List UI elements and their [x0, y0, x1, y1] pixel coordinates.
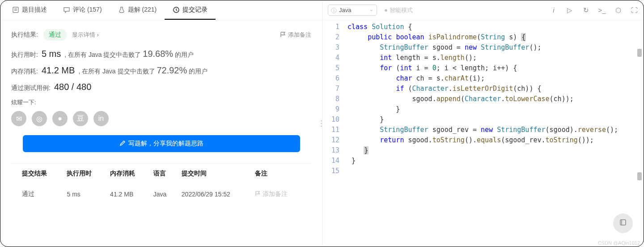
qq-icon: ●: [58, 115, 62, 123]
cell-lang: Java: [149, 184, 177, 204]
tab-label: 提交记录: [182, 6, 208, 14]
tab-solutions[interactable]: 题解 (221): [110, 0, 165, 20]
cell-status: 通过: [11, 184, 62, 204]
memory-stat: 内存消耗: 41.2 MB , 在所有 Java 提交中击败了 72.92% 的…: [11, 65, 311, 76]
share-qq[interactable]: ●: [52, 111, 68, 126]
status-badge: 通过: [43, 29, 67, 41]
right-panel: Java ● 智能模式 i ▷ ↻ >_ ⬡ ⛶ 123456789101112…: [322, 0, 644, 247]
write-solution-button[interactable]: 写题解，分享我的解题思路: [23, 135, 300, 152]
runtime-stat: 执行用时: 5 ms , 在所有 Java 提交中击败了 19.68% 的用户: [11, 49, 311, 59]
pencil-icon: [119, 140, 126, 148]
weibo-icon: ◎: [36, 115, 42, 123]
result-area: 执行结果: 通过 显示详情 添加备注 执行用时: 5 ms , 在所有 Java…: [0, 20, 322, 212]
watermark: CSDN @AQin1012: [598, 240, 640, 246]
douban-icon: 豆: [77, 114, 84, 124]
cell-mem: 41.2 MB: [106, 184, 149, 204]
editor-toolbar: Java ● 智能模式 i ▷ ↻ >_ ⬡ ⛶: [322, 0, 644, 20]
code-content: class Solution { public boolean isPalind…: [347, 22, 644, 247]
scrollbar-thumb[interactable]: [637, 49, 642, 57]
settings-icon[interactable]: ⬡: [614, 6, 622, 14]
tab-label: 评论 (157): [73, 6, 102, 14]
add-note-label: 添加备注: [288, 31, 311, 39]
tab-submissions[interactable]: 提交记录: [165, 0, 216, 20]
panel-resize-handle[interactable]: [321, 120, 322, 127]
left-panel: 题目描述 评论 (157) 题解 (221) 提交记录: [0, 0, 322, 247]
tab-description[interactable]: 题目描述: [4, 0, 55, 20]
description-icon: [12, 6, 19, 13]
show-detail-link[interactable]: 显示详情: [72, 31, 99, 39]
solutions-icon: [118, 6, 125, 13]
wechat-icon: ✉: [16, 115, 22, 123]
fullscreen-icon[interactable]: ⛶: [630, 6, 638, 14]
cell-submitted: 2022/06/29 15:52: [177, 184, 250, 204]
linkedin-icon: in: [98, 115, 104, 123]
table-header-row: 提交结果 执行用时 内存消耗 语言 提交时间 备注: [11, 163, 311, 184]
row-add-note[interactable]: 添加备注: [255, 190, 301, 198]
svg-rect-0: [13, 7, 18, 13]
flag-icon: [255, 191, 261, 198]
add-note-button[interactable]: 添加备注: [280, 31, 311, 39]
result-label: 执行结果:: [11, 31, 38, 39]
testcases-stat: 通过测试用例: 480 / 480: [11, 82, 311, 92]
svg-rect-5: [620, 220, 626, 225]
th-submitted: 提交时间: [177, 163, 250, 184]
write-btn-label: 写题解，分享我的解题思路: [128, 140, 203, 148]
cell-time: 5 ms: [62, 184, 106, 204]
language-select[interactable]: Java: [328, 4, 377, 16]
tab-label: 题目描述: [22, 6, 47, 14]
line-gutter: 123456789101112131415: [322, 22, 347, 247]
tab-comments[interactable]: 评论 (157): [55, 0, 110, 20]
run-icon[interactable]: ▷: [566, 6, 574, 14]
tab-label: 题解 (221): [128, 6, 157, 14]
th-mem: 内存消耗: [106, 163, 149, 184]
th-status: 提交结果: [11, 163, 62, 184]
tabs: 题目描述 评论 (157) 题解 (221) 提交记录: [0, 0, 322, 20]
clock-icon: [173, 6, 180, 13]
th-lang: 语言: [149, 163, 177, 184]
share-label: 炫耀一下:: [11, 98, 311, 106]
share-weibo[interactable]: ◎: [32, 111, 47, 126]
scrollbar-thumb[interactable]: [637, 172, 642, 180]
code-editor[interactable]: 123456789101112131415 class Solution { p…: [322, 20, 644, 247]
share-douban[interactable]: 豆: [73, 111, 88, 126]
smart-mode-toggle[interactable]: ● 智能模式: [384, 6, 413, 14]
comments-icon: [63, 6, 70, 13]
table-row[interactable]: 通过 5 ms 41.2 MB Java 2022/06/29 15:52: [11, 184, 311, 204]
share-linkedin[interactable]: in: [93, 111, 109, 126]
floating-notes-button[interactable]: [613, 213, 633, 233]
share-wechat[interactable]: ✉: [11, 111, 26, 126]
submissions-table: 提交结果 执行用时 内存消耗 语言 提交时间 备注 通过 5 ms 41.2 M: [11, 163, 311, 204]
th-note: 备注: [250, 163, 311, 184]
notebook-icon: [619, 218, 627, 228]
bullet-icon: ●: [384, 7, 388, 13]
info-icon[interactable]: i: [550, 6, 558, 14]
terminal-icon[interactable]: >_: [598, 6, 606, 14]
flag-icon: [280, 31, 286, 39]
reset-icon[interactable]: ↻: [582, 6, 590, 14]
th-time: 执行用时: [62, 163, 106, 184]
